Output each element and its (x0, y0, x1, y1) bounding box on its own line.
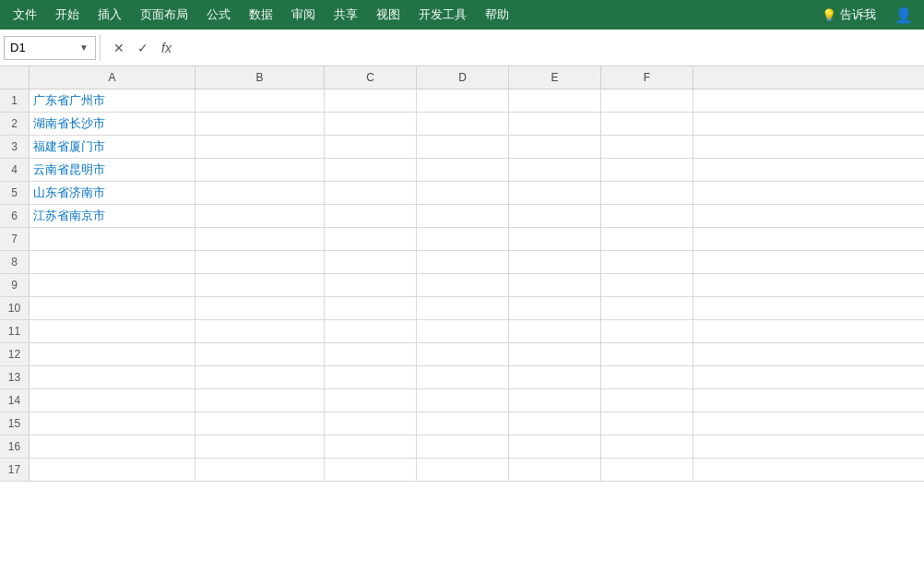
cell-D10[interactable] (417, 297, 509, 319)
cell-C7[interactable] (325, 228, 417, 250)
cell-A16[interactable] (30, 436, 195, 458)
cell-D15[interactable] (417, 412, 509, 435)
cell-D4[interactable] (417, 159, 509, 181)
cell-C10[interactable] (325, 297, 417, 319)
cell-F12[interactable] (601, 343, 693, 365)
cell-E14[interactable] (509, 389, 601, 412)
cell-A12[interactable] (30, 343, 195, 365)
cell-A1[interactable]: 广东省广州市 (30, 90, 195, 112)
cell-F10[interactable] (601, 297, 693, 319)
formula-confirm-icon[interactable]: ✓ (134, 39, 152, 57)
cell-C5[interactable] (325, 182, 417, 204)
cell-D17[interactable] (417, 459, 509, 481)
cell-A3[interactable]: 福建省厦门市 (30, 136, 195, 158)
cell-B10[interactable] (195, 297, 325, 319)
cell-F6[interactable] (601, 205, 693, 227)
menu-developer[interactable]: 开发工具 (409, 3, 476, 27)
cell-F17[interactable] (601, 459, 693, 481)
cell-B8[interactable] (195, 251, 325, 273)
cell-B2[interactable] (195, 113, 325, 135)
cell-A9[interactable] (30, 274, 195, 296)
cell-C6[interactable] (325, 205, 417, 227)
cell-A15[interactable] (30, 412, 195, 435)
cell-A8[interactable] (30, 251, 195, 273)
cell-D14[interactable] (417, 389, 509, 412)
cell-E2[interactable] (509, 113, 601, 135)
cell-D7[interactable] (417, 228, 509, 250)
col-header-c[interactable]: C (325, 66, 417, 89)
cell-F16[interactable] (601, 436, 693, 458)
cell-F9[interactable] (601, 274, 693, 296)
name-box-input[interactable] (10, 41, 79, 54)
cell-E9[interactable] (509, 274, 601, 296)
menu-page-layout[interactable]: 页面布局 (131, 3, 197, 27)
cell-D8[interactable] (417, 251, 509, 273)
name-box[interactable]: ▼ (4, 36, 96, 60)
cell-B9[interactable] (195, 274, 325, 296)
cell-E11[interactable] (509, 320, 601, 342)
col-header-d[interactable]: D (417, 66, 509, 89)
cell-D12[interactable] (417, 343, 509, 365)
cell-E7[interactable] (509, 228, 601, 250)
cell-A11[interactable] (30, 320, 195, 342)
cell-F15[interactable] (601, 412, 693, 435)
cell-F7[interactable] (601, 228, 693, 250)
cell-A5[interactable]: 山东省济南市 (30, 182, 195, 204)
menu-formula[interactable]: 公式 (197, 3, 240, 27)
cell-D13[interactable] (417, 366, 509, 388)
cell-A13[interactable] (30, 366, 195, 388)
cell-B11[interactable] (195, 320, 325, 342)
cell-C3[interactable] (325, 136, 417, 158)
cell-F11[interactable] (601, 320, 693, 342)
cell-E6[interactable] (509, 205, 601, 227)
cell-F4[interactable] (601, 159, 693, 181)
cell-F1[interactable] (601, 90, 693, 112)
cell-B4[interactable] (195, 159, 325, 181)
cell-E8[interactable] (509, 251, 601, 273)
cell-C1[interactable] (325, 90, 417, 112)
cell-E15[interactable] (509, 412, 601, 435)
cell-D11[interactable] (417, 320, 509, 342)
cell-E1[interactable] (509, 90, 601, 112)
formula-input[interactable] (181, 36, 920, 60)
menu-view[interactable]: 视图 (367, 3, 409, 27)
cell-D6[interactable] (417, 205, 509, 227)
cell-E5[interactable] (509, 182, 601, 204)
cell-C16[interactable] (325, 436, 417, 458)
cell-C2[interactable] (325, 113, 417, 135)
cell-E4[interactable] (509, 159, 601, 181)
cell-F14[interactable] (601, 389, 693, 412)
cell-B3[interactable] (195, 136, 325, 158)
cell-F3[interactable] (601, 136, 693, 158)
menu-share[interactable]: 共享 (325, 3, 367, 27)
cell-D9[interactable] (417, 274, 509, 296)
cell-A10[interactable] (30, 297, 195, 319)
col-header-e[interactable]: E (509, 66, 601, 89)
cell-F8[interactable] (601, 251, 693, 273)
cell-D5[interactable] (417, 182, 509, 204)
cell-E3[interactable] (509, 136, 601, 158)
cell-A17[interactable] (30, 459, 195, 481)
cell-B13[interactable] (195, 366, 325, 388)
tell-me-button[interactable]: 💡 告诉我 (814, 3, 883, 27)
cell-C4[interactable] (325, 159, 417, 181)
cell-E12[interactable] (509, 343, 601, 365)
cell-E13[interactable] (509, 366, 601, 388)
menu-data[interactable]: 数据 (240, 3, 282, 27)
cell-B1[interactable] (195, 90, 325, 112)
cell-B15[interactable] (195, 412, 325, 435)
user-avatar-button[interactable]: 👤 (887, 3, 920, 28)
cell-B5[interactable] (195, 182, 325, 204)
cell-B7[interactable] (195, 228, 325, 250)
cell-F5[interactable] (601, 182, 693, 204)
cell-B16[interactable] (195, 436, 325, 458)
cell-C15[interactable] (325, 412, 417, 435)
col-header-f[interactable]: F (601, 66, 693, 89)
cell-A14[interactable] (30, 389, 195, 412)
formula-fx-icon[interactable]: fx (158, 39, 175, 57)
cell-D2[interactable] (417, 113, 509, 135)
cell-C17[interactable] (325, 459, 417, 481)
name-box-dropdown-icon[interactable]: ▼ (79, 42, 89, 53)
cell-E16[interactable] (509, 436, 601, 458)
cell-C14[interactable] (325, 389, 417, 412)
